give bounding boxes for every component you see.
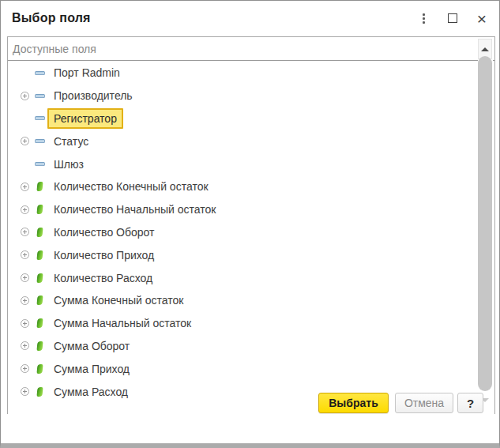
- list-header: Доступные поля: [8, 37, 494, 61]
- field-list-item[interactable]: Шлюз: [8, 152, 477, 175]
- help-button[interactable]: ?: [457, 393, 483, 413]
- scroll-up-arrow-icon: [481, 47, 489, 51]
- field-label[interactable]: Сумма Оборот: [47, 336, 136, 356]
- field-list-item[interactable]: Сумма Начальный остаток: [8, 312, 477, 335]
- footer: Выбрать Отмена ?: [1, 414, 499, 443]
- field-label[interactable]: Количество Приход: [47, 245, 160, 265]
- menu-button[interactable]: [415, 7, 431, 29]
- field-list-item[interactable]: Количество Оборот: [8, 221, 477, 244]
- titlebar-controls: ×: [415, 1, 490, 36]
- field-list: Порт Radmin Производитель Регистратор Ст…: [8, 62, 477, 414]
- maximize-button[interactable]: [445, 7, 461, 29]
- field-list-item[interactable]: Сумма Оборот: [8, 335, 477, 358]
- expand-plus-icon[interactable]: [21, 319, 29, 328]
- field-label[interactable]: Сумма Конечный остаток: [47, 290, 190, 311]
- field-label[interactable]: Количество Конечный остаток: [47, 176, 215, 197]
- titlebar: Выбор поля ×: [1, 1, 499, 36]
- field-list-item[interactable]: Порт Radmin: [8, 62, 477, 85]
- field-list-item[interactable]: Производитель: [8, 85, 477, 107]
- field-list-item[interactable]: Количество Приход: [8, 243, 477, 266]
- field-label[interactable]: Регистратор: [47, 108, 123, 129]
- kebab-menu-icon: [423, 13, 425, 24]
- expand-plus-icon[interactable]: [21, 364, 29, 373]
- resource-leaf-icon: [35, 387, 45, 397]
- close-button[interactable]: ×: [474, 7, 490, 29]
- close-icon: ×: [477, 10, 487, 27]
- expand-plus-icon[interactable]: [21, 205, 29, 214]
- field-dash-icon: [35, 139, 45, 143]
- field-list-item[interactable]: Статус: [8, 130, 477, 152]
- expand-plus-icon[interactable]: [21, 387, 29, 396]
- resource-leaf-icon: [35, 228, 45, 237]
- maximize-icon: [448, 13, 457, 23]
- field-label[interactable]: Количество Оборот: [47, 222, 160, 243]
- scrollbar-thumb[interactable]: [478, 56, 492, 391]
- resource-leaf-icon: [35, 205, 45, 214]
- list-header-label: Доступные поля: [13, 43, 96, 55]
- expand-plus-icon[interactable]: [21, 183, 29, 191]
- field-list-item[interactable]: Количество Начальный остаток: [8, 198, 477, 221]
- resource-leaf-icon: [35, 182, 45, 191]
- field-list-item[interactable]: Сумма Конечный остаток: [8, 289, 477, 312]
- expand-plus-icon[interactable]: [21, 273, 29, 282]
- resource-leaf-icon: [35, 296, 45, 305]
- field-dash-icon: [35, 116, 45, 120]
- cancel-button[interactable]: Отмена: [395, 393, 453, 413]
- field-label[interactable]: Сумма Расход: [47, 382, 134, 402]
- field-label[interactable]: Количество Расход: [47, 268, 159, 288]
- field-selection-dialog: Выбор поля × Доступные поля Порт Radmin …: [0, 0, 500, 448]
- field-label[interactable]: Сумма Начальный остаток: [47, 313, 197, 333]
- field-list-item[interactable]: Количество Расход: [8, 266, 477, 289]
- expand-plus-icon[interactable]: [21, 341, 29, 350]
- field-dash-icon: [35, 71, 45, 75]
- dialog-title: Выбор поля: [12, 11, 91, 25]
- vertical-scrollbar[interactable]: [478, 38, 493, 413]
- expand-plus-icon[interactable]: [21, 137, 29, 145]
- expand-plus-icon[interactable]: [21, 296, 29, 305]
- resource-leaf-icon: [35, 318, 45, 328]
- field-label[interactable]: Сумма Приход: [47, 359, 136, 379]
- field-list-item[interactable]: Количество Конечный остаток: [8, 175, 477, 198]
- available-fields-panel: Доступные поля Порт Radmin Производитель…: [7, 36, 495, 415]
- field-list-item[interactable]: Сумма Приход: [8, 357, 477, 380]
- field-label[interactable]: Статус: [47, 131, 95, 152]
- field-label[interactable]: Количество Начальный остаток: [47, 199, 222, 220]
- field-dash-icon: [35, 162, 45, 166]
- expand-plus-icon[interactable]: [21, 250, 29, 259]
- field-list-item[interactable]: Регистратор: [8, 107, 477, 130]
- expand-plus-icon[interactable]: [21, 228, 29, 236]
- field-dash-icon: [35, 94, 45, 98]
- expand-plus-icon[interactable]: [21, 92, 29, 100]
- resource-leaf-icon: [35, 273, 45, 283]
- resource-leaf-icon: [35, 250, 45, 260]
- resource-leaf-icon: [35, 341, 45, 351]
- resource-leaf-icon: [35, 364, 45, 374]
- select-button[interactable]: Выбрать: [318, 393, 389, 413]
- field-label[interactable]: Производитель: [47, 85, 139, 106]
- field-label[interactable]: Шлюз: [47, 154, 90, 175]
- field-label[interactable]: Порт Radmin: [47, 62, 126, 83]
